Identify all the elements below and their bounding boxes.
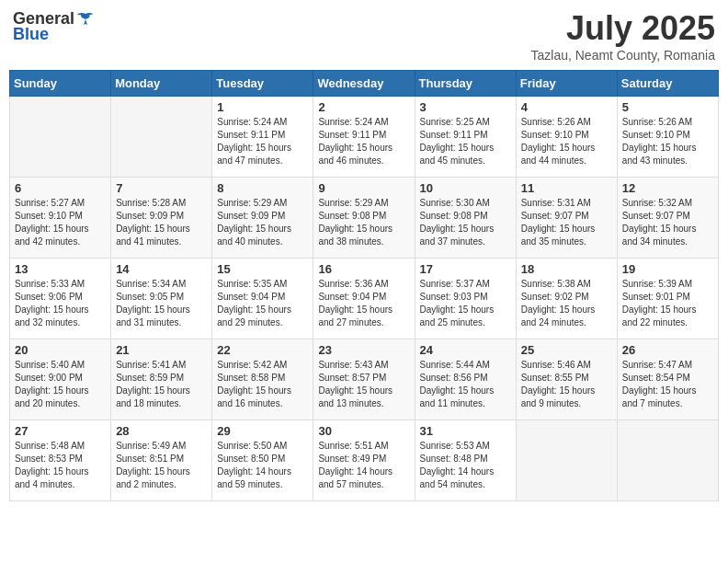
calendar-cell	[516, 420, 617, 501]
calendar-header-row: SundayMondayTuesdayWednesdayThursdayFrid…	[10, 71, 719, 97]
calendar-cell: 5Sunrise: 5:26 AM Sunset: 9:10 PM Daylig…	[617, 97, 718, 178]
logo: General Blue	[13, 9, 95, 44]
day-number: 5	[622, 100, 713, 114]
day-number: 25	[521, 343, 612, 357]
day-number: 15	[217, 262, 308, 276]
calendar-table: SundayMondayTuesdayWednesdayThursdayFrid…	[9, 70, 719, 501]
day-number: 2	[318, 100, 409, 114]
day-info: Sunrise: 5:30 AM Sunset: 9:08 PM Dayligh…	[420, 197, 511, 248]
calendar-day-header: Friday	[516, 71, 617, 97]
day-info: Sunrise: 5:46 AM Sunset: 8:55 PM Dayligh…	[521, 359, 612, 410]
day-info: Sunrise: 5:39 AM Sunset: 9:01 PM Dayligh…	[622, 278, 713, 329]
calendar-cell: 9Sunrise: 5:29 AM Sunset: 9:08 PM Daylig…	[313, 178, 415, 259]
calendar-day-header: Wednesday	[313, 71, 415, 97]
calendar-cell: 28Sunrise: 5:49 AM Sunset: 8:51 PM Dayli…	[111, 420, 212, 501]
calendar-cell: 6Sunrise: 5:27 AM Sunset: 9:10 PM Daylig…	[10, 178, 111, 259]
day-number: 4	[521, 100, 612, 114]
day-info: Sunrise: 5:35 AM Sunset: 9:04 PM Dayligh…	[217, 278, 308, 329]
day-info: Sunrise: 5:42 AM Sunset: 8:58 PM Dayligh…	[217, 359, 308, 410]
calendar-day-header: Thursday	[415, 71, 516, 97]
day-info: Sunrise: 5:29 AM Sunset: 9:09 PM Dayligh…	[217, 197, 308, 248]
day-info: Sunrise: 5:33 AM Sunset: 9:06 PM Dayligh…	[15, 278, 106, 329]
day-info: Sunrise: 5:26 AM Sunset: 9:10 PM Dayligh…	[521, 116, 612, 167]
calendar-cell: 3Sunrise: 5:25 AM Sunset: 9:11 PM Daylig…	[415, 97, 516, 178]
calendar-cell: 26Sunrise: 5:47 AM Sunset: 8:54 PM Dayli…	[617, 339, 718, 420]
day-info: Sunrise: 5:38 AM Sunset: 9:02 PM Dayligh…	[521, 278, 612, 329]
calendar-cell: 1Sunrise: 5:24 AM Sunset: 9:11 PM Daylig…	[212, 97, 313, 178]
day-info: Sunrise: 5:24 AM Sunset: 9:11 PM Dayligh…	[318, 116, 409, 167]
calendar-day-header: Tuesday	[212, 71, 313, 97]
calendar-cell: 7Sunrise: 5:28 AM Sunset: 9:09 PM Daylig…	[111, 178, 212, 259]
day-number: 23	[318, 343, 409, 357]
logo-blue-text: Blue	[13, 25, 95, 44]
day-info: Sunrise: 5:43 AM Sunset: 8:57 PM Dayligh…	[318, 359, 409, 410]
day-number: 12	[622, 181, 713, 195]
day-number: 3	[420, 100, 511, 114]
calendar-cell: 20Sunrise: 5:40 AM Sunset: 9:00 PM Dayli…	[10, 339, 111, 420]
day-number: 11	[521, 181, 612, 195]
day-info: Sunrise: 5:37 AM Sunset: 9:03 PM Dayligh…	[420, 278, 511, 329]
calendar-location: Tazlau, Neamt County, Romania	[531, 48, 716, 63]
calendar-cell: 14Sunrise: 5:34 AM Sunset: 9:05 PM Dayli…	[111, 259, 212, 339]
day-info: Sunrise: 5:50 AM Sunset: 8:50 PM Dayligh…	[217, 440, 308, 491]
calendar-cell: 10Sunrise: 5:30 AM Sunset: 9:08 PM Dayli…	[415, 178, 516, 259]
day-info: Sunrise: 5:40 AM Sunset: 9:00 PM Dayligh…	[15, 359, 106, 410]
day-info: Sunrise: 5:29 AM Sunset: 9:08 PM Dayligh…	[318, 197, 409, 248]
day-number: 6	[15, 181, 106, 195]
calendar-cell: 8Sunrise: 5:29 AM Sunset: 9:09 PM Daylig…	[212, 178, 313, 259]
day-number: 18	[521, 262, 612, 276]
day-number: 24	[420, 343, 511, 357]
calendar-day-header: Monday	[111, 71, 212, 97]
calendar-cell: 31Sunrise: 5:53 AM Sunset: 8:48 PM Dayli…	[415, 420, 516, 501]
day-info: Sunrise: 5:41 AM Sunset: 8:59 PM Dayligh…	[116, 359, 207, 410]
day-info: Sunrise: 5:31 AM Sunset: 9:07 PM Dayligh…	[521, 197, 612, 248]
day-number: 9	[318, 181, 409, 195]
day-number: 26	[622, 343, 713, 357]
day-number: 19	[622, 262, 713, 276]
day-number: 8	[217, 181, 308, 195]
calendar-cell: 24Sunrise: 5:44 AM Sunset: 8:56 PM Dayli…	[415, 339, 516, 420]
calendar-cell: 19Sunrise: 5:39 AM Sunset: 9:01 PM Dayli…	[617, 259, 718, 339]
calendar-cell: 21Sunrise: 5:41 AM Sunset: 8:59 PM Dayli…	[111, 339, 212, 420]
day-number: 31	[420, 424, 511, 438]
day-number: 30	[318, 424, 409, 438]
calendar-cell: 27Sunrise: 5:48 AM Sunset: 8:53 PM Dayli…	[10, 420, 111, 501]
calendar-day-header: Sunday	[10, 71, 111, 97]
day-number: 13	[15, 262, 106, 276]
day-number: 1	[217, 100, 308, 114]
calendar-day-header: Saturday	[617, 71, 718, 97]
calendar-week-row: 20Sunrise: 5:40 AM Sunset: 9:00 PM Dayli…	[10, 339, 719, 420]
day-info: Sunrise: 5:25 AM Sunset: 9:11 PM Dayligh…	[420, 116, 511, 167]
calendar-week-row: 27Sunrise: 5:48 AM Sunset: 8:53 PM Dayli…	[10, 420, 719, 501]
calendar-week-row: 13Sunrise: 5:33 AM Sunset: 9:06 PM Dayli…	[10, 259, 719, 339]
day-number: 21	[116, 343, 207, 357]
day-number: 14	[116, 262, 207, 276]
day-info: Sunrise: 5:47 AM Sunset: 8:54 PM Dayligh…	[622, 359, 713, 410]
day-info: Sunrise: 5:24 AM Sunset: 9:11 PM Dayligh…	[217, 116, 308, 167]
calendar-cell: 22Sunrise: 5:42 AM Sunset: 8:58 PM Dayli…	[212, 339, 313, 420]
calendar-cell: 23Sunrise: 5:43 AM Sunset: 8:57 PM Dayli…	[313, 339, 415, 420]
calendar-cell	[617, 420, 718, 501]
day-number: 17	[420, 262, 511, 276]
day-info: Sunrise: 5:53 AM Sunset: 8:48 PM Dayligh…	[420, 440, 511, 491]
calendar-cell: 11Sunrise: 5:31 AM Sunset: 9:07 PM Dayli…	[516, 178, 617, 259]
calendar-cell: 25Sunrise: 5:46 AM Sunset: 8:55 PM Dayli…	[516, 339, 617, 420]
day-number: 28	[116, 424, 207, 438]
day-info: Sunrise: 5:32 AM Sunset: 9:07 PM Dayligh…	[622, 197, 713, 248]
day-info: Sunrise: 5:28 AM Sunset: 9:09 PM Dayligh…	[116, 197, 207, 248]
calendar-cell	[111, 97, 212, 178]
day-number: 22	[217, 343, 308, 357]
day-number: 29	[217, 424, 308, 438]
day-number: 20	[15, 343, 106, 357]
day-info: Sunrise: 5:26 AM Sunset: 9:10 PM Dayligh…	[622, 116, 713, 167]
calendar-cell: 15Sunrise: 5:35 AM Sunset: 9:04 PM Dayli…	[212, 259, 313, 339]
day-number: 7	[116, 181, 207, 195]
day-info: Sunrise: 5:27 AM Sunset: 9:10 PM Dayligh…	[15, 197, 106, 248]
page-header: General Blue July 2025 Tazlau, Neamt Cou…	[9, 9, 719, 63]
day-info: Sunrise: 5:51 AM Sunset: 8:49 PM Dayligh…	[318, 440, 409, 491]
calendar-cell	[10, 97, 111, 178]
calendar-cell: 17Sunrise: 5:37 AM Sunset: 9:03 PM Dayli…	[415, 259, 516, 339]
calendar-cell: 4Sunrise: 5:26 AM Sunset: 9:10 PM Daylig…	[516, 97, 617, 178]
day-info: Sunrise: 5:44 AM Sunset: 8:56 PM Dayligh…	[420, 359, 511, 410]
day-info: Sunrise: 5:36 AM Sunset: 9:04 PM Dayligh…	[318, 278, 409, 329]
